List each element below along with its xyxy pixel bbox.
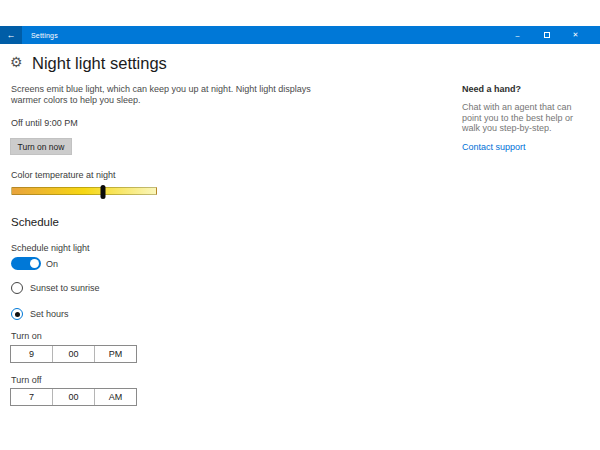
titlebar: ← Settings – ✕	[0, 26, 600, 44]
close-icon: ✕	[573, 31, 579, 39]
minimize-icon: –	[516, 32, 520, 39]
schedule-heading: Schedule	[11, 216, 59, 228]
radio-sunset-to-sunrise[interactable]: Sunset to sunrise	[11, 282, 100, 294]
maximize-icon	[544, 32, 550, 38]
close-button[interactable]: ✕	[561, 26, 590, 44]
window-controls: – ✕	[503, 26, 600, 44]
turn-on-minute-field[interactable]: 00	[52, 346, 94, 362]
radio-set-hours[interactable]: Set hours	[11, 308, 69, 320]
turn-on-now-button[interactable]: Turn on now	[10, 138, 72, 155]
toggle-knob	[30, 259, 39, 268]
back-arrow-icon: ←	[7, 30, 16, 40]
help-panel: Need a hand? Chat with an agent that can…	[462, 84, 584, 152]
contact-support-link[interactable]: Contact support	[462, 142, 584, 152]
schedule-toggle[interactable]	[11, 257, 41, 270]
gear-icon: ⚙	[10, 55, 23, 69]
turn-off-label: Turn off	[11, 375, 42, 385]
toggle-state-label: On	[46, 259, 58, 269]
turn-on-hour-field[interactable]: 9	[11, 346, 52, 362]
turn-on-time-picker: 9 00 PM	[10, 345, 137, 363]
slider-label: Color temperature at night	[11, 170, 116, 180]
back-button[interactable]: ←	[0, 26, 22, 44]
turn-off-hour-field[interactable]: 7	[11, 389, 52, 405]
color-temperature-slider[interactable]	[11, 187, 157, 195]
page-title: Night light settings	[32, 54, 167, 73]
turn-on-label: Turn on	[11, 331, 42, 341]
turn-off-period-field[interactable]: AM	[94, 389, 136, 405]
maximize-button[interactable]	[532, 26, 561, 44]
description-text: Screens emit blue light, which can keep …	[11, 84, 323, 106]
radio-dot	[15, 312, 20, 317]
turn-off-time-picker: 7 00 AM	[10, 388, 137, 406]
help-title: Need a hand?	[462, 84, 584, 94]
turn-on-period-field[interactable]: PM	[94, 346, 136, 362]
schedule-toggle-label: Schedule night light	[11, 243, 90, 253]
window-title: Settings	[31, 32, 58, 39]
radio-circle	[11, 282, 23, 294]
settings-window: ← Settings – ✕ ⚙ Night light settings Sc…	[0, 0, 600, 450]
help-body: Chat with an agent that can point you to…	[462, 102, 584, 134]
radio-circle	[11, 308, 23, 320]
radio-label: Set hours	[30, 309, 69, 319]
turn-off-minute-field[interactable]: 00	[52, 389, 94, 405]
status-text: Off until 9:00 PM	[11, 118, 78, 128]
radio-label: Sunset to sunrise	[30, 283, 100, 293]
minimize-button[interactable]: –	[503, 26, 532, 44]
slider-thumb[interactable]	[100, 185, 105, 199]
